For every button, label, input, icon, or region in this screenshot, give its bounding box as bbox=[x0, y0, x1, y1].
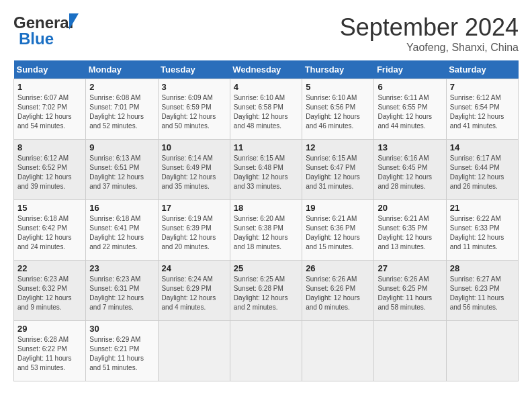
day-detail: Sunrise: 6:23 AMSunset: 6:32 PMDaylight:… bbox=[17, 275, 72, 311]
header-tuesday: Tuesday bbox=[158, 60, 230, 79]
day-detail: Sunrise: 6:10 AMSunset: 6:58 PMDaylight:… bbox=[234, 94, 288, 130]
day-detail: Sunrise: 6:17 AMSunset: 6:44 PMDaylight:… bbox=[450, 154, 504, 190]
calendar-cell: 26 Sunrise: 6:26 AMSunset: 6:26 PMDaylig… bbox=[302, 261, 374, 321]
day-detail: Sunrise: 6:25 AMSunset: 6:28 PMDaylight:… bbox=[234, 275, 288, 311]
day-number: 15 bbox=[17, 203, 82, 213]
calendar-cell: 17 Sunrise: 6:19 AMSunset: 6:39 PMDaylig… bbox=[158, 200, 230, 261]
header-sunday: Sunday bbox=[14, 60, 86, 79]
day-detail: Sunrise: 6:13 AMSunset: 6:51 PMDaylight:… bbox=[89, 154, 144, 190]
calendar-cell: 20 Sunrise: 6:21 AMSunset: 6:35 PMDaylig… bbox=[374, 200, 446, 261]
day-detail: Sunrise: 6:21 AMSunset: 6:35 PMDaylight:… bbox=[378, 215, 432, 250]
day-detail: Sunrise: 6:18 AMSunset: 6:42 PMDaylight:… bbox=[17, 215, 72, 250]
logo-general: General bbox=[13, 13, 73, 32]
day-number: 5 bbox=[306, 82, 370, 92]
day-detail: Sunrise: 6:16 AMSunset: 6:45 PMDaylight:… bbox=[378, 154, 432, 190]
calendar-week-row: 22 Sunrise: 6:23 AMSunset: 6:32 PMDaylig… bbox=[14, 261, 519, 321]
day-detail: Sunrise: 6:07 AMSunset: 7:02 PMDaylight:… bbox=[17, 94, 72, 130]
calendar-cell: 9 Sunrise: 6:13 AMSunset: 6:51 PMDayligh… bbox=[86, 140, 158, 200]
day-detail: Sunrise: 6:28 AMSunset: 6:22 PMDaylight:… bbox=[17, 336, 72, 371]
day-detail: Sunrise: 6:24 AMSunset: 6:29 PMDaylight:… bbox=[162, 275, 216, 311]
calendar-cell: 12 Sunrise: 6:15 AMSunset: 6:47 PMDaylig… bbox=[302, 140, 374, 200]
calendar-cell bbox=[374, 321, 446, 381]
day-number: 16 bbox=[89, 203, 154, 213]
calendar-cell: 7 Sunrise: 6:12 AMSunset: 6:54 PMDayligh… bbox=[446, 79, 518, 140]
calendar-week-row: 29 Sunrise: 6:28 AMSunset: 6:22 PMDaylig… bbox=[14, 321, 519, 381]
calendar-week-row: 1 Sunrise: 6:07 AMSunset: 7:02 PMDayligh… bbox=[14, 79, 519, 140]
calendar-cell: 29 Sunrise: 6:28 AMSunset: 6:22 PMDaylig… bbox=[14, 321, 86, 381]
month-title: September 2024 bbox=[340, 13, 519, 42]
day-number: 27 bbox=[378, 263, 442, 273]
day-number: 12 bbox=[306, 142, 370, 152]
day-detail: Sunrise: 6:11 AMSunset: 6:55 PMDaylight:… bbox=[378, 94, 432, 130]
calendar-cell: 21 Sunrise: 6:22 AMSunset: 6:33 PMDaylig… bbox=[446, 200, 518, 261]
day-detail: Sunrise: 6:12 AMSunset: 6:52 PMDaylight:… bbox=[17, 154, 72, 190]
calendar-cell: 4 Sunrise: 6:10 AMSunset: 6:58 PMDayligh… bbox=[230, 79, 302, 140]
day-detail: Sunrise: 6:27 AMSunset: 6:23 PMDaylight:… bbox=[450, 275, 504, 311]
day-detail: Sunrise: 6:08 AMSunset: 7:01 PMDaylight:… bbox=[89, 94, 144, 130]
day-detail: Sunrise: 6:23 AMSunset: 6:31 PMDaylight:… bbox=[89, 275, 144, 311]
day-number: 17 bbox=[162, 203, 226, 213]
calendar-cell: 5 Sunrise: 6:10 AMSunset: 6:56 PMDayligh… bbox=[302, 79, 374, 140]
calendar-cell: 3 Sunrise: 6:09 AMSunset: 6:59 PMDayligh… bbox=[158, 79, 230, 140]
day-number: 11 bbox=[234, 142, 298, 152]
calendar-cell: 11 Sunrise: 6:15 AMSunset: 6:48 PMDaylig… bbox=[230, 140, 302, 200]
day-number: 30 bbox=[89, 324, 154, 334]
day-detail: Sunrise: 6:15 AMSunset: 6:48 PMDaylight:… bbox=[234, 154, 288, 190]
calendar-table: SundayMondayTuesdayWednesdayThursdayFrid… bbox=[13, 60, 519, 381]
day-number: 20 bbox=[378, 203, 442, 213]
calendar-cell: 6 Sunrise: 6:11 AMSunset: 6:55 PMDayligh… bbox=[374, 79, 446, 140]
calendar-week-row: 8 Sunrise: 6:12 AMSunset: 6:52 PMDayligh… bbox=[14, 140, 519, 200]
calendar-cell: 19 Sunrise: 6:21 AMSunset: 6:36 PMDaylig… bbox=[302, 200, 374, 261]
day-number: 22 bbox=[17, 263, 82, 273]
day-number: 28 bbox=[450, 263, 515, 273]
calendar-cell: 2 Sunrise: 6:08 AMSunset: 7:01 PMDayligh… bbox=[86, 79, 158, 140]
day-number: 19 bbox=[306, 203, 370, 213]
calendar-cell: 13 Sunrise: 6:16 AMSunset: 6:45 PMDaylig… bbox=[374, 140, 446, 200]
day-detail: Sunrise: 6:19 AMSunset: 6:39 PMDaylight:… bbox=[162, 215, 216, 250]
calendar-cell: 22 Sunrise: 6:23 AMSunset: 6:32 PMDaylig… bbox=[14, 261, 86, 321]
calendar-cell: 30 Sunrise: 6:29 AMSunset: 6:21 PMDaylig… bbox=[86, 321, 158, 381]
header-thursday: Thursday bbox=[302, 60, 374, 79]
header-saturday: Saturday bbox=[446, 60, 518, 79]
day-number: 4 bbox=[234, 82, 298, 92]
day-number: 24 bbox=[162, 263, 226, 273]
calendar-cell: 18 Sunrise: 6:20 AMSunset: 6:38 PMDaylig… bbox=[230, 200, 302, 261]
calendar-cell bbox=[158, 321, 230, 381]
calendar-cell bbox=[446, 321, 518, 381]
day-detail: Sunrise: 6:14 AMSunset: 6:49 PMDaylight:… bbox=[162, 154, 216, 190]
calendar-header-row: SundayMondayTuesdayWednesdayThursdayFrid… bbox=[14, 60, 519, 79]
calendar-cell: 16 Sunrise: 6:18 AMSunset: 6:41 PMDaylig… bbox=[86, 200, 158, 261]
calendar-cell: 8 Sunrise: 6:12 AMSunset: 6:52 PMDayligh… bbox=[14, 140, 86, 200]
calendar-cell: 1 Sunrise: 6:07 AMSunset: 7:02 PMDayligh… bbox=[14, 79, 86, 140]
day-detail: Sunrise: 6:20 AMSunset: 6:38 PMDaylight:… bbox=[234, 215, 288, 250]
day-number: 25 bbox=[234, 263, 298, 273]
calendar-cell: 23 Sunrise: 6:23 AMSunset: 6:31 PMDaylig… bbox=[86, 261, 158, 321]
day-number: 6 bbox=[378, 82, 442, 92]
calendar-cell: 28 Sunrise: 6:27 AMSunset: 6:23 PMDaylig… bbox=[446, 261, 518, 321]
day-number: 23 bbox=[89, 263, 154, 273]
day-number: 10 bbox=[162, 142, 226, 152]
day-number: 26 bbox=[306, 263, 370, 273]
calendar-cell: 25 Sunrise: 6:25 AMSunset: 6:28 PMDaylig… bbox=[230, 261, 302, 321]
day-number: 21 bbox=[450, 203, 515, 213]
calendar-week-row: 15 Sunrise: 6:18 AMSunset: 6:42 PMDaylig… bbox=[14, 200, 519, 261]
day-detail: Sunrise: 6:10 AMSunset: 6:56 PMDaylight:… bbox=[306, 94, 360, 130]
header-wednesday: Wednesday bbox=[230, 60, 302, 79]
day-detail: Sunrise: 6:18 AMSunset: 6:41 PMDaylight:… bbox=[89, 215, 144, 250]
title-area: September 2024 Yaofeng, Shanxi, China bbox=[340, 13, 519, 54]
day-number: 1 bbox=[17, 82, 82, 92]
day-number: 8 bbox=[17, 142, 82, 152]
calendar-cell bbox=[302, 321, 374, 381]
calendar-cell: 14 Sunrise: 6:17 AMSunset: 6:44 PMDaylig… bbox=[446, 140, 518, 200]
calendar-cell: 27 Sunrise: 6:26 AMSunset: 6:25 PMDaylig… bbox=[374, 261, 446, 321]
day-number: 3 bbox=[162, 82, 226, 92]
location: Yaofeng, Shanxi, China bbox=[340, 42, 519, 54]
calendar-cell: 15 Sunrise: 6:18 AMSunset: 6:42 PMDaylig… bbox=[14, 200, 86, 261]
day-number: 29 bbox=[17, 324, 82, 334]
logo-blue: Blue bbox=[19, 30, 54, 48]
day-detail: Sunrise: 6:15 AMSunset: 6:47 PMDaylight:… bbox=[306, 154, 360, 190]
day-detail: Sunrise: 6:12 AMSunset: 6:54 PMDaylight:… bbox=[450, 94, 504, 130]
page-header: General Blue September 2024 Yaofeng, Sha… bbox=[13, 13, 519, 54]
day-number: 7 bbox=[450, 82, 515, 92]
day-detail: Sunrise: 6:26 AMSunset: 6:26 PMDaylight:… bbox=[306, 275, 360, 311]
